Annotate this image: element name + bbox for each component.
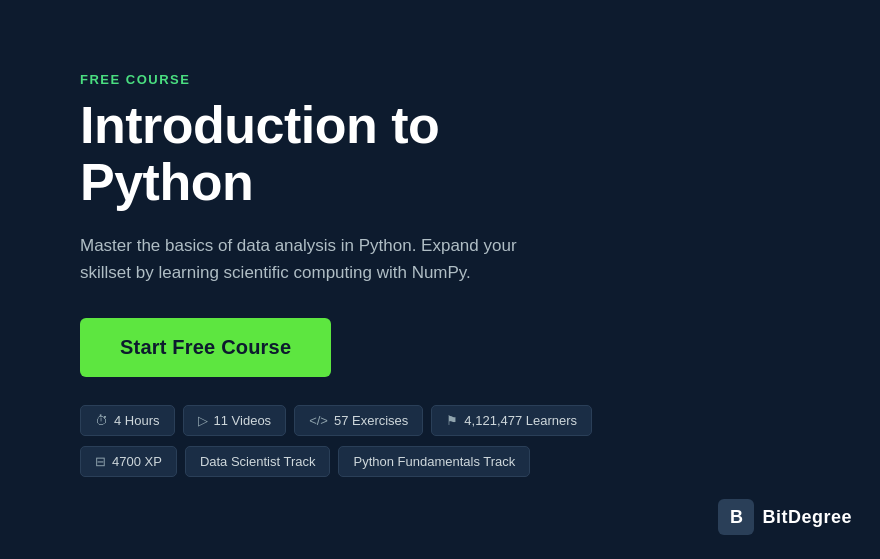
data-scientist-track-badge: Data Scientist Track — [185, 446, 331, 477]
course-title: Introduction to Python — [80, 97, 600, 211]
bitdegree-logo-text: BitDegree — [762, 507, 852, 528]
python-fundamentals-track-label: Python Fundamentals Track — [353, 454, 515, 469]
start-free-course-button[interactable]: Start Free Course — [80, 318, 331, 377]
bitdegree-branding: B BitDegree — [718, 499, 852, 535]
python-fundamentals-track-badge: Python Fundamentals Track — [338, 446, 530, 477]
badges-row-1: ⏱ 4 Hours ▷ 11 Videos </> 57 Exercises ⚑… — [80, 405, 600, 436]
play-icon: ▷ — [198, 413, 208, 428]
badges-row-2: ⊟ 4700 XP Data Scientist Track Python Fu… — [80, 446, 600, 477]
bitdegree-logo-icon: B — [718, 499, 754, 535]
learners-label: 4,121,477 Learners — [464, 413, 577, 428]
free-course-label: FREE COURSE — [80, 72, 600, 87]
hours-label: 4 Hours — [114, 413, 160, 428]
main-content: FREE COURSE Introduction to Python Maste… — [0, 12, 680, 547]
hours-badge: ⏱ 4 Hours — [80, 405, 175, 436]
course-description: Master the basics of data analysis in Py… — [80, 232, 560, 286]
exercises-badge: </> 57 Exercises — [294, 405, 423, 436]
videos-label: 11 Videos — [214, 413, 272, 428]
learners-badge: ⚑ 4,121,477 Learners — [431, 405, 592, 436]
videos-badge: ▷ 11 Videos — [183, 405, 287, 436]
xp-badge: ⊟ 4700 XP — [80, 446, 177, 477]
users-icon: ⚑ — [446, 413, 458, 428]
xp-icon: ⊟ — [95, 454, 106, 469]
code-icon: </> — [309, 413, 328, 428]
xp-label: 4700 XP — [112, 454, 162, 469]
clock-icon: ⏱ — [95, 413, 108, 428]
exercises-label: 57 Exercises — [334, 413, 408, 428]
data-scientist-track-label: Data Scientist Track — [200, 454, 316, 469]
